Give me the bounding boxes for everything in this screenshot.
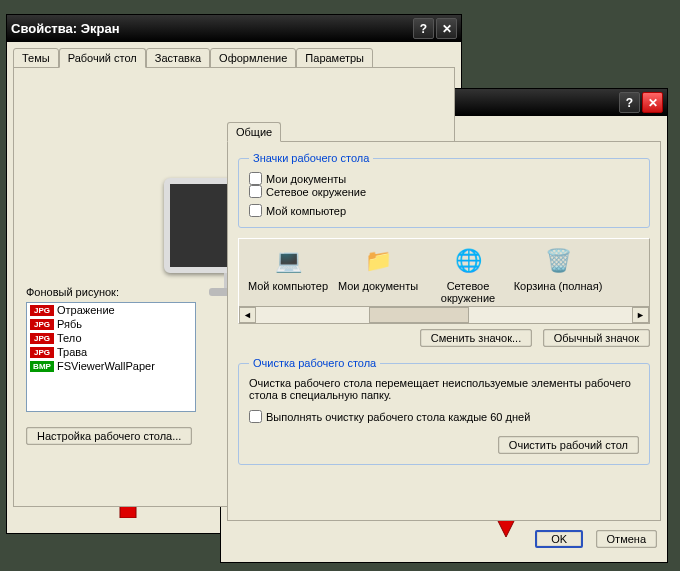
scroll-thumb[interactable] (369, 307, 469, 323)
help-button[interactable]: ? (619, 92, 640, 113)
close-button[interactable]: ✕ (436, 18, 457, 39)
ok-button[interactable]: OK (535, 530, 583, 548)
titlebar[interactable]: Свойства: Экран ? ✕ (7, 15, 461, 42)
cleanup-description: Очистка рабочего стола перемещает неиспо… (249, 377, 639, 401)
scroll-right-button[interactable]: ► (632, 307, 649, 323)
checkbox-cleanup-60-days[interactable]: Выполнять очистку рабочего стола каждые … (249, 410, 530, 423)
recycle-bin-icon: 🗑️ (542, 245, 574, 277)
tab-general[interactable]: Общие (227, 122, 281, 142)
scroll-track[interactable] (256, 307, 632, 323)
network-icon: 🌐 (452, 245, 484, 277)
close-button[interactable]: ✕ (642, 92, 663, 113)
checkbox-network-places[interactable]: Сетевое окружение (249, 185, 436, 198)
strip-item[interactable]: 🌐Сетевое окружение (423, 245, 513, 304)
tabs: Темы Рабочий стол Заставка Оформление Па… (13, 48, 455, 68)
list-item[interactable]: JPGОтражение (27, 303, 195, 317)
clean-desktop-now-button[interactable]: Очистить рабочий стол (498, 436, 639, 454)
fieldset-legend: Значки рабочего стола (249, 152, 373, 164)
tab-themes[interactable]: Темы (13, 48, 59, 68)
tab-appearance[interactable]: Оформление (210, 48, 296, 68)
list-item[interactable]: JPGТрава (27, 345, 195, 359)
tab-screensaver[interactable]: Заставка (146, 48, 210, 68)
wallpaper-label: Фоновый рисунок: (26, 286, 196, 298)
tab-settings[interactable]: Параметры (296, 48, 373, 68)
strip-item[interactable]: 🗑️Корзина (полная) (513, 245, 603, 304)
list-item[interactable]: JPGРябь (27, 317, 195, 331)
fieldset-legend: Очистка рабочего стола (249, 357, 380, 369)
strip-item[interactable]: 💻Мой компьютер (243, 245, 333, 304)
strip-item[interactable]: 📁Мои документы (333, 245, 423, 304)
change-icon-button[interactable]: Сменить значок... (420, 329, 533, 347)
tab-desktop[interactable]: Рабочий стол (59, 48, 146, 68)
checkbox-my-computer[interactable]: Мой компьютер (249, 204, 436, 217)
desktop-items-window: Элементы рабочего стола ? ✕ Общие Веб Зн… (220, 88, 668, 563)
computer-icon: 💻 (272, 245, 304, 277)
help-button[interactable]: ? (413, 18, 434, 39)
icon-preview-strip: 💻Мой компьютер 📁Мои документы 🌐Сетевое о… (238, 238, 650, 324)
list-item[interactable]: BMPFSViewerWallPaper (27, 359, 195, 373)
desktop-icons-fieldset: Значки рабочего стола Мои документы Сете… (238, 152, 650, 228)
window-title: Свойства: Экран (11, 21, 411, 36)
scroll-left-button[interactable]: ◄ (239, 307, 256, 323)
default-icon-button[interactable]: Обычный значок (543, 329, 650, 347)
list-item[interactable]: JPGТело (27, 331, 195, 345)
documents-icon: 📁 (362, 245, 394, 277)
horizontal-scrollbar[interactable]: ◄ ► (239, 306, 649, 323)
wallpaper-listbox[interactable]: JPGОтражение JPGРябь JPGТело JPGТрава BM… (26, 302, 196, 412)
customize-desktop-button[interactable]: Настройка рабочего стола... (26, 427, 192, 445)
checkbox-my-documents[interactable]: Мои документы (249, 172, 436, 185)
cancel-button[interactable]: Отмена (596, 530, 657, 548)
desktop-cleanup-fieldset: Очистка рабочего стола Очистка рабочего … (238, 357, 650, 465)
